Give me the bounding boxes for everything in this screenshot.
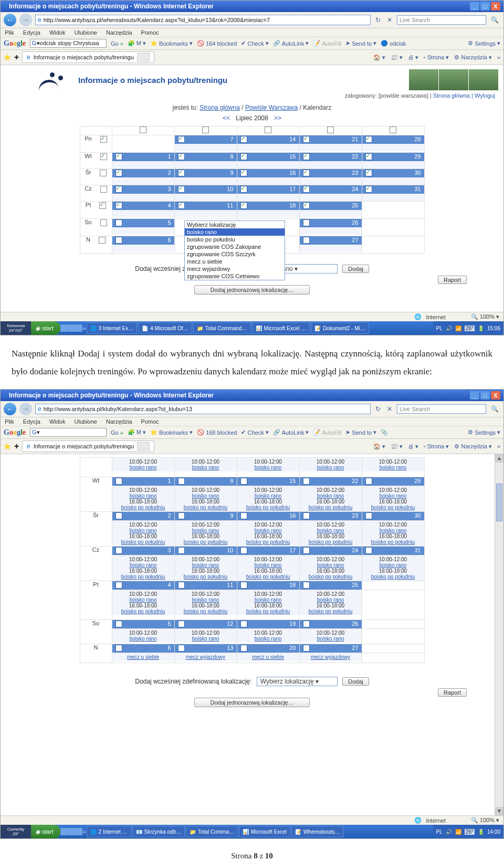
menu-file[interactable]: Plik (5, 29, 14, 36)
add-fav-icon[interactable]: ✚ (14, 54, 19, 61)
quicklaunch-icon[interactable] (60, 324, 68, 332)
minimize-icon[interactable]: _ (470, 391, 479, 400)
tools-menu[interactable]: ⚙ Narzędzia ▾ (454, 54, 492, 61)
print-icon[interactable]: 🖨 ▾ (408, 443, 418, 450)
menu-tools[interactable]: Narzędzia (106, 29, 132, 36)
next-month[interactable]: >> (274, 114, 281, 122)
start-button[interactable]: ◉ start (31, 825, 60, 838)
stop-icon[interactable]: ✕ (385, 16, 394, 24)
search-go-icon[interactable]: 🔍 (489, 405, 500, 413)
task-item[interactable]: 📊 Microsoft Excel … (252, 322, 310, 334)
minimize-icon[interactable]: _ (470, 2, 479, 10)
menu-edit[interactable]: Edycja (23, 29, 40, 36)
link-home[interactable]: Strona główna (433, 92, 470, 99)
tools-menu[interactable]: ⚙ Narzędzia ▾ (454, 443, 492, 450)
refresh-icon[interactable]: ↻ (374, 16, 382, 24)
stop-icon[interactable]: ✕ (385, 405, 394, 413)
add-button[interactable]: Dodaj (342, 265, 369, 273)
google-go-button[interactable]: Go » (111, 429, 123, 436)
tb-check[interactable]: ✔ Check ▾ (241, 40, 268, 47)
active-tab[interactable]: eInformacje o miejscach pobytu/treningu (22, 51, 154, 63)
zoom-icon[interactable]: 🔍 100% ▾ (471, 817, 499, 824)
zoom-icon[interactable]: 🔍 100% ▾ (471, 313, 499, 320)
forward-button[interactable]: → (19, 403, 32, 415)
col-checkbox[interactable] (327, 127, 334, 133)
add-button[interactable]: Dodaj (342, 677, 369, 686)
page-menu[interactable]: ▫ Strona ▾ (424, 443, 449, 450)
col-checkbox[interactable] (202, 127, 209, 133)
google-logo[interactable]: Google (4, 428, 26, 437)
bc-club[interactable]: Powiśle Warszawa (245, 104, 298, 111)
url-input[interactable]: ehttp://www.antybaza.pl/kluby/Kalendarz.… (35, 404, 371, 414)
day-checkbox[interactable] (303, 136, 310, 143)
scrollbar[interactable]: ▲▼ (495, 454, 503, 815)
menu-help[interactable]: Pomoc (141, 29, 159, 36)
refresh-icon[interactable]: ↻ (374, 405, 382, 413)
chevron-icon[interactable]: » (497, 443, 500, 449)
menu-bar[interactable]: Plik Edycja Widok Ulubione Narzędzia Pom… (1, 28, 503, 37)
weather-tile[interactable]: Currently29° (1, 825, 31, 838)
google-go-button[interactable]: Go » (111, 40, 123, 47)
task-item[interactable]: 📊 Microsoft Excel (239, 826, 290, 837)
google-search-input[interactable]: G▾ (30, 428, 107, 437)
back-button[interactable]: ← (4, 14, 16, 26)
task-item[interactable]: 📝 Whereabouts… (291, 826, 343, 837)
day-checkbox[interactable] (240, 136, 247, 143)
tb-odcisk[interactable]: 🔵 odcisk (381, 40, 406, 47)
system-tray[interactable]: PL🔊📶26°🔋14:00 (433, 825, 503, 838)
chevron-icon[interactable]: » (497, 54, 500, 60)
search-input[interactable]: Live Search (397, 15, 486, 25)
add-once-button[interactable]: Dodaj jednorazową lokalizację… (194, 698, 310, 707)
fav-star-icon[interactable]: ⭐ (4, 443, 11, 450)
col-checkbox[interactable] (265, 127, 271, 133)
report-button[interactable]: Raport (438, 688, 467, 697)
search-input[interactable]: Live Search (397, 404, 486, 414)
url-input[interactable]: ehttp://www.antybaza.pl/whereabouts/Kale… (35, 15, 371, 25)
row-checkbox[interactable] (100, 170, 107, 176)
task-item[interactable]: 📁 Total Comma… (186, 826, 238, 837)
row-checkbox[interactable] (99, 237, 106, 244)
home-icon[interactable]: 🏠 ▾ (373, 443, 385, 450)
menu-bar[interactable]: Plik Edycja Widok Ulubione Narzędzia Pom… (1, 417, 503, 426)
row-checkbox[interactable] (100, 219, 107, 226)
prev-month[interactable]: << (223, 114, 230, 122)
tb-settings[interactable]: ⚙ Settings▾ (468, 429, 500, 436)
start-button[interactable]: ◉ start (31, 321, 60, 335)
new-tab-icon[interactable] (137, 53, 150, 61)
task-item[interactable]: 🌐 3 Internet Ex… (87, 322, 138, 334)
page-menu[interactable]: ▫ Strona ▾ (424, 54, 449, 61)
col-checkbox[interactable] (390, 127, 396, 133)
bc-home[interactable]: Strona główna (200, 104, 240, 111)
tb-m[interactable]: 🧩 M ▾ (128, 40, 146, 47)
tb-autolink[interactable]: 🔗 AutoLink ▾ (273, 40, 309, 47)
tb-blocked[interactable]: 🚫 164 blocked (197, 40, 237, 47)
maximize-icon[interactable]: □ (480, 2, 490, 10)
fav-star-icon[interactable]: ⭐ (4, 54, 11, 61)
close-icon[interactable]: X (491, 2, 500, 10)
day-checkbox[interactable] (178, 136, 185, 143)
task-item[interactable]: 🌐 2 Internet … (87, 826, 131, 837)
tb-sendto[interactable]: ➤ Send to▾ (345, 40, 376, 47)
menu-fav[interactable]: Ulubione (75, 29, 97, 36)
day-checkbox[interactable] (116, 153, 122, 160)
location-select[interactable]: Wybierz lokalizację ▾ (257, 677, 338, 686)
forward-button[interactable]: → (19, 14, 32, 26)
task-item[interactable]: 📁 Total Command… (193, 322, 251, 334)
task-item[interactable]: 📧 Skrzynka odb… (132, 826, 185, 837)
menu-view[interactable]: Widok (49, 29, 66, 36)
row-checkbox[interactable] (100, 186, 107, 193)
link-logout[interactable]: Wyloguj (475, 92, 495, 99)
feed-icon[interactable]: 📰 ▾ (391, 54, 403, 61)
system-tray[interactable]: PL🔊📶26°🔋15:06 (433, 321, 503, 335)
add-fav-icon[interactable]: ✚ (14, 443, 19, 450)
feed-icon[interactable]: 📰 ▾ (391, 443, 403, 450)
tb-autofill[interactable]: 📝 AutoFill (313, 40, 341, 47)
col-checkbox[interactable] (140, 127, 146, 133)
report-button[interactable]: Raport (438, 276, 467, 284)
active-tab[interactable]: eInformacje o miejscach pobytu/treningu (22, 440, 154, 452)
back-button[interactable]: ← (4, 403, 16, 415)
task-item[interactable]: 📝 Dokument2 - Mi… (311, 322, 369, 334)
add-once-button[interactable]: Dodaj jednorazową lokalizację… (194, 285, 310, 295)
window-buttons[interactable]: _□X (469, 2, 500, 10)
tb-bookmarks[interactable]: ⭐ Bookmarks▾ (150, 40, 193, 47)
